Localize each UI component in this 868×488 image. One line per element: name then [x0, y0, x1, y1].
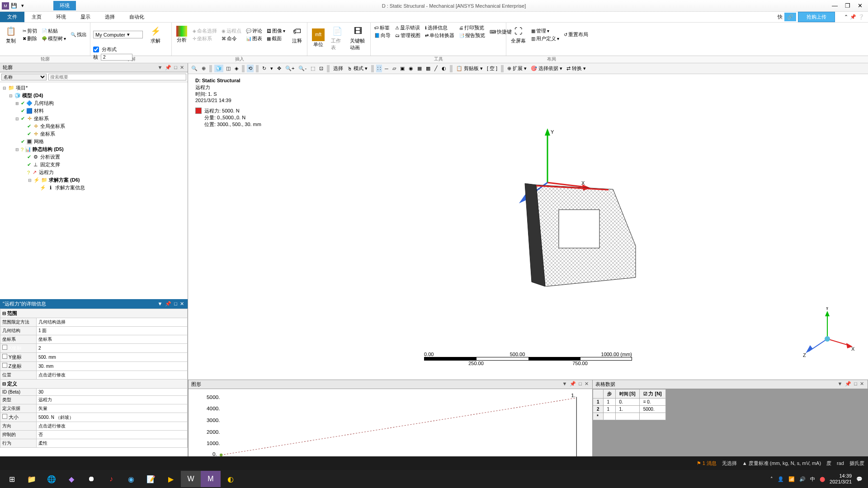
report-button[interactable]: 📑 报告预览	[458, 32, 486, 39]
help-icon[interactable]: ⌃	[844, 14, 848, 20]
named-sel-button[interactable]: ◈ 命名选择	[192, 27, 218, 35]
printprev-button[interactable]: 🖨 打印预览	[458, 24, 486, 32]
tray-wifi-icon[interactable]: 📶	[788, 476, 795, 482]
app-icon[interactable]: ◉	[121, 471, 141, 487]
pane-pin-icon[interactable]: 📌	[164, 65, 172, 70]
menu-select[interactable]: 选择	[98, 12, 122, 22]
view-icon[interactable]: ◫	[225, 65, 232, 72]
zoom-fit-icon[interactable]: 🔍	[190, 65, 199, 72]
sel-icon[interactable]: ╱	[433, 65, 439, 72]
context-tab[interactable]: 环境	[53, 1, 76, 10]
tree-mesh[interactable]: ✔🔳网格	[1, 138, 187, 145]
tray-people-icon[interactable]: 👤	[778, 476, 784, 482]
tree-project[interactable]: ⊟📁项目*	[1, 84, 187, 92]
tray-ime-icon[interactable]: 中	[810, 476, 815, 483]
menu-file[interactable]: 文件	[0, 12, 24, 22]
section-button[interactable]: ▦ 截面	[266, 35, 286, 42]
tree-static[interactable]: ⊟?📊静态结构 (D5)	[1, 145, 187, 153]
zoom-box-icon[interactable]: ⬚	[309, 65, 316, 72]
sel-body-icon[interactable]: ▣	[399, 65, 406, 72]
comment-button[interactable]: 💬 评论	[245, 27, 263, 35]
remote-point-button[interactable]: ◉ 远程点	[221, 27, 242, 35]
dropdown-icon[interactable]: ▾	[19, 2, 26, 9]
details-row[interactable]: 范围限定方法几何结构选择	[0, 318, 188, 327]
filter-combo[interactable]: 名称	[1, 74, 47, 80]
details-row[interactable]: 方向点击进行修改	[0, 422, 188, 431]
details-row[interactable]: 几何结构1 面	[0, 327, 188, 335]
pane-close-icon[interactable]: ✕	[179, 65, 185, 70]
pane-max-icon[interactable]: □	[173, 65, 178, 70]
zoom-out-icon[interactable]: 🔍-	[297, 65, 308, 72]
distributed-check[interactable]	[93, 47, 99, 52]
explorer-icon[interactable]: 📁	[22, 471, 42, 487]
details-row[interactable]: 定义依据矢量	[0, 404, 188, 413]
clock[interactable]: 14:392021/3/21	[830, 473, 852, 485]
select-label[interactable]: 选择	[332, 64, 344, 73]
chrome-icon[interactable]: 🌐	[42, 471, 61, 487]
solve-button[interactable]: ⚡求解	[147, 24, 164, 45]
table-row[interactable]: 211.5000.	[593, 406, 666, 413]
outline-tree[interactable]: ⊟📁项目* ⊟🧊模型 (D4) ⊞✔🔷几何结构 ✔🟦材料 ⊟✔✛坐标系 ✔✛全局…	[0, 82, 188, 299]
status-messages[interactable]: 1 消息	[703, 460, 717, 466]
music-icon[interactable]: ♪	[101, 471, 121, 487]
start-button[interactable]: ⊞	[2, 471, 22, 487]
sel-node-icon[interactable]: ◉	[407, 65, 415, 72]
find-button[interactable]: 🔍 找出	[70, 31, 88, 38]
tree-analysis-settings[interactable]: ✔⚙分析设置	[1, 153, 187, 161]
zoom-icon[interactable]: ⊕	[200, 65, 207, 72]
upload-button[interactable]: 抢购上传	[798, 12, 835, 22]
zoom-in-icon[interactable]: 🔍+	[284, 65, 296, 72]
worksheet-button[interactable]: 📄工作表	[329, 24, 345, 52]
rotate-icon[interactable]: ⟲	[247, 65, 254, 72]
orbit-icon[interactable]: ↻	[261, 65, 268, 72]
empty-button[interactable]: [ 空 ]	[486, 64, 499, 73]
tree-materials[interactable]: ✔🟦材料	[1, 107, 187, 115]
pan-icon[interactable]: ✥	[276, 65, 283, 72]
details-row[interactable]: Z坐标30. mm	[0, 362, 188, 371]
maximize-icon[interactable]: ❐	[845, 2, 850, 9]
details-row[interactable]: Y坐标500. mm	[0, 353, 188, 362]
3d-canvas[interactable]: D: Static Structural 远程力 时间: 1. S 2021/3…	[188, 74, 868, 380]
tree-fixed[interactable]: ✔⊥固定支撑	[1, 161, 187, 169]
tree-model[interactable]: ⊟🧊模型 (D4)	[1, 92, 187, 99]
cut-button[interactable]: ✂ 剪切	[22, 27, 38, 35]
tag-button[interactable]: 🏷 标签	[373, 24, 392, 32]
tree-remote-force[interactable]: ?↗远程力	[1, 169, 187, 176]
analysis-button[interactable]: 分析	[175, 25, 189, 44]
paste-button[interactable]: 📄 粘贴	[41, 27, 67, 35]
details-row[interactable]: ID (Beta)30	[0, 389, 188, 396]
convert-button[interactable]: ⇄ 转换▾	[565, 63, 587, 74]
sel-face-icon[interactable]: ▱	[391, 65, 397, 72]
userdef-button[interactable]: ▥ 用户定义▾	[530, 35, 560, 42]
pane-dropdown-icon[interactable]: ▼	[156, 65, 163, 70]
unit-button[interactable]: mft单位	[310, 28, 326, 49]
sel-icon[interactable]: ◐	[440, 65, 448, 72]
tray-notif-icon[interactable]: 💬	[856, 476, 863, 482]
app-icon[interactable]: ◆	[61, 471, 81, 487]
clipboard-button[interactable]: 📋 剪贴板▾	[455, 63, 484, 74]
tray-volume-icon[interactable]: 🔊	[799, 476, 806, 482]
table-row[interactable]: *	[593, 413, 666, 420]
selinfo-button[interactable]: ℹ 选择信息	[424, 24, 455, 32]
annot-button[interactable]: 🏷注释	[289, 24, 305, 45]
tray-chevron-icon[interactable]: ˄	[770, 476, 773, 482]
coord-button[interactable]: ✛ 坐标系	[192, 35, 218, 42]
tree-geom[interactable]: ⊞✔🔷几何结构	[1, 99, 187, 107]
manage-layout-button[interactable]: ▦ 管理▾	[530, 27, 560, 35]
command-button[interactable]: ⌘ 命令	[221, 35, 242, 42]
tree-solution[interactable]: ⊟⚡📁求解方案 (D6)	[1, 176, 187, 184]
errors-button[interactable]: ⚠ 显示错误	[394, 24, 421, 32]
close-icon[interactable]: ✕	[858, 2, 863, 9]
app-icon[interactable]: 📝	[141, 471, 161, 487]
modeltree-button[interactable]: 🌳 模型树▾	[41, 35, 67, 42]
save-icon[interactable]: 💾	[10, 2, 18, 9]
fullscreen-button[interactable]: ⛶全屏幕	[509, 24, 528, 45]
copy-button[interactable]: 📋复制	[3, 24, 19, 45]
status-units[interactable]: ▲ 度量标准 (mm, kg, N, s, mV, mA)	[742, 460, 821, 467]
sel-vertex-icon[interactable]: ⸬	[376, 65, 382, 72]
selby-button[interactable]: 🎯 选择依据▾	[529, 63, 564, 74]
tree-cs[interactable]: ✔✛坐标系	[1, 130, 187, 138]
details-row-x[interactable]: X坐标	[0, 344, 188, 353]
reset-layout-button[interactable]: ↺ 重置布局	[563, 31, 589, 38]
menu-home[interactable]: 主页	[24, 12, 49, 22]
